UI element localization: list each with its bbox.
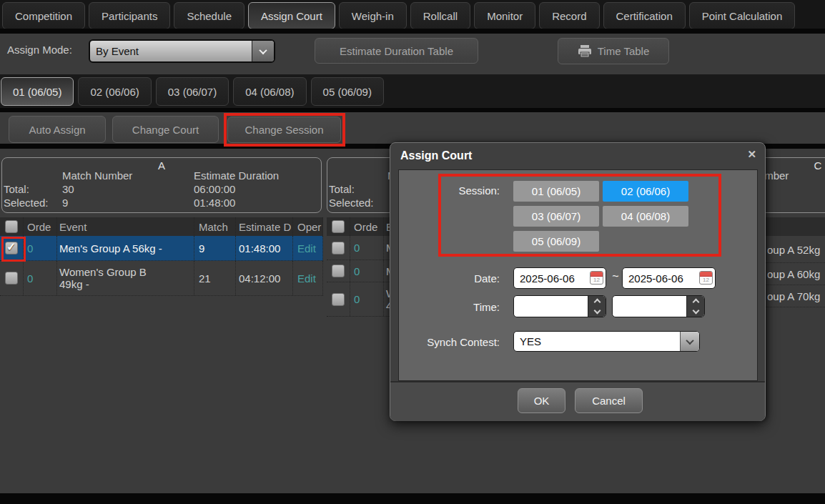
- tab-point-calculation[interactable]: Point Calculation: [689, 2, 796, 29]
- date-range-separator: ~: [609, 270, 622, 283]
- col-operate: Oper: [293, 217, 323, 236]
- court-a-selected-duration: 01:48:00: [194, 197, 235, 209]
- time-spinner[interactable]: [686, 296, 704, 317]
- close-icon[interactable]: ✕: [747, 148, 756, 161]
- session-tab-bar: 01 (06/05) 02 (06/06) 03 (06/07) 04 (06/…: [0, 74, 825, 108]
- edit-link[interactable]: Edit: [293, 236, 323, 260]
- session-option-02[interactable]: 02 (06/06): [603, 181, 688, 202]
- col-match: Match: [194, 217, 236, 236]
- date-from-input[interactable]: 2025-06-06: [513, 267, 606, 289]
- chevron-down-icon: [252, 41, 274, 61]
- tab-record[interactable]: Record: [539, 2, 599, 29]
- cancel-button[interactable]: Cancel: [575, 388, 643, 413]
- tab-rollcall[interactable]: Rollcall: [410, 2, 470, 29]
- assign-mode-select[interactable]: By Event: [89, 39, 275, 63]
- row-order: 0: [24, 236, 57, 260]
- row-checkbox[interactable]: [0, 236, 24, 260]
- chevron-up-icon[interactable]: [593, 299, 601, 306]
- divider: [0, 108, 825, 112]
- session-option-04[interactable]: 04 (06/08): [603, 206, 688, 227]
- estimate-duration-label: Estimate Duration: [194, 169, 279, 182]
- row-match: 21: [194, 261, 236, 295]
- col-order: Orde: [24, 217, 57, 236]
- synch-contest-select[interactable]: YES: [513, 331, 700, 352]
- date-from-value: 2025-06-06: [520, 272, 575, 285]
- session-tab-02[interactable]: 02 (06/06): [78, 77, 151, 106]
- chevron-down-icon: [680, 332, 699, 351]
- session-option-03[interactable]: 03 (06/07): [513, 206, 599, 227]
- select-all-checkbox[interactable]: [327, 217, 350, 236]
- time-spinner[interactable]: [588, 296, 606, 317]
- row-event: oup A 70kg: [767, 290, 820, 302]
- row-event: oup A 60kg: [767, 268, 820, 280]
- row-checkbox[interactable]: [0, 261, 24, 295]
- table-row[interactable]: 0 Women's Group B 49kg - 21 04:12:00 Edi…: [0, 261, 323, 296]
- total-label: Total:: [4, 183, 29, 195]
- time-from-input[interactable]: [513, 295, 606, 317]
- date-label: Date:: [390, 272, 500, 285]
- assign-mode-label: Assign Mode:: [7, 44, 72, 56]
- time-to-input[interactable]: [612, 295, 705, 317]
- bottom-bar: [0, 493, 825, 504]
- row-event: oup A 52kg: [767, 243, 820, 255]
- estimate-duration-table-button[interactable]: Estimate Duration Table: [315, 38, 478, 64]
- session-tab-01[interactable]: 01 (06/05): [1, 77, 74, 106]
- session-option-01[interactable]: 01 (06/05): [513, 181, 599, 202]
- tab-assign-court[interactable]: Assign Court: [248, 2, 335, 29]
- tab-certification[interactable]: Certification: [603, 2, 686, 29]
- date-to-value: 2025-06-06: [628, 272, 683, 285]
- chevron-down-icon[interactable]: [593, 307, 601, 315]
- col-event: Event: [57, 217, 194, 236]
- auto-assign-label: Auto Assign: [29, 124, 85, 136]
- court-a-table: Orde Event Match Estimate D Oper 0 Men's…: [0, 217, 323, 296]
- row-order: 0: [350, 260, 384, 282]
- calendar-icon[interactable]: [590, 271, 603, 285]
- change-session-label: Change Session: [244, 124, 323, 136]
- chevron-up-icon[interactable]: [692, 299, 699, 306]
- change-court-button[interactable]: Change Court: [112, 116, 219, 143]
- change-court-label: Change Court: [132, 124, 199, 136]
- main-tab-bar: Competition Participants Schedule Assign…: [0, 0, 825, 29]
- session-tab-05[interactable]: 05 (06/09): [311, 77, 384, 106]
- row-estimate: 04:12:00: [236, 261, 293, 295]
- time-table-button[interactable]: Time Table: [558, 38, 669, 64]
- tab-weigh-in[interactable]: Weigh-in: [339, 2, 407, 29]
- ok-button[interactable]: OK: [518, 388, 565, 413]
- selected-label: Selected:: [329, 197, 374, 209]
- calendar-icon[interactable]: [699, 271, 713, 285]
- col-order: Orde: [350, 217, 384, 236]
- date-to-input[interactable]: 2025-06-06: [622, 267, 716, 289]
- table-row[interactable]: 0 Men's Group A 56kg - 9 01:48:00 Edit: [0, 236, 323, 261]
- row-estimate: 01:48:00: [236, 236, 293, 260]
- printer-icon: [578, 45, 592, 58]
- session-tab-03[interactable]: 03 (06/07): [156, 77, 229, 106]
- session-label: Session:: [390, 184, 500, 197]
- divider: [0, 29, 825, 34]
- tab-competition[interactable]: Competition: [2, 2, 85, 29]
- row-checkbox[interactable]: [327, 260, 350, 282]
- tab-monitor[interactable]: Monitor: [474, 2, 535, 29]
- selected-label: Selected:: [4, 197, 49, 209]
- edit-link[interactable]: Edit: [293, 261, 323, 295]
- session-option-05[interactable]: 05 (06/09): [513, 231, 599, 252]
- court-a-summary-box: A Match Number Estimate Duration Total: …: [1, 157, 322, 213]
- row-order: 0: [24, 261, 57, 295]
- tab-participants[interactable]: Participants: [89, 2, 170, 29]
- court-a-selected-matches: 9: [62, 197, 68, 209]
- auto-assign-button[interactable]: Auto Assign: [9, 116, 106, 143]
- estimate-duration-table-label: Estimate Duration Table: [340, 45, 453, 57]
- row-order: 0: [350, 282, 384, 316]
- tab-schedule[interactable]: Schedule: [174, 2, 244, 29]
- row-checkbox[interactable]: [327, 282, 350, 316]
- session-tab-04[interactable]: 04 (06/08): [233, 77, 306, 106]
- time-table-label: Time Table: [598, 45, 650, 57]
- change-session-button[interactable]: Change Session: [227, 117, 341, 143]
- select-all-checkbox[interactable]: [0, 217, 24, 236]
- row-event: Men's Group A 56kg -: [57, 236, 194, 260]
- match-number-label: Match Number: [62, 169, 132, 182]
- time-label: Time:: [390, 301, 500, 313]
- row-checkbox[interactable]: [327, 236, 350, 260]
- dialog-footer: OK Cancel: [390, 381, 765, 421]
- chevron-down-icon[interactable]: [692, 307, 699, 315]
- checkmark-icon: [5, 242, 18, 255]
